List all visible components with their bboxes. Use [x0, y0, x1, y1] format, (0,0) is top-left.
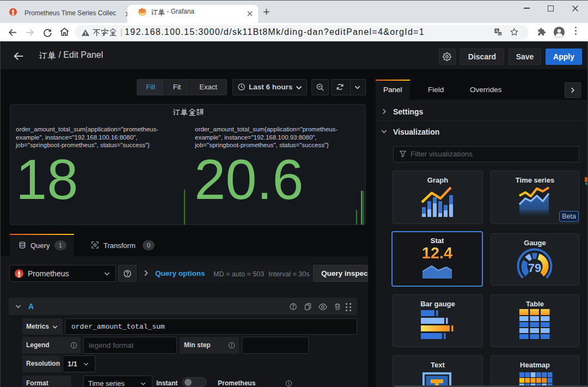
svg-text:79: 79: [528, 261, 541, 275]
svg-text:G: G: [499, 33, 501, 36]
